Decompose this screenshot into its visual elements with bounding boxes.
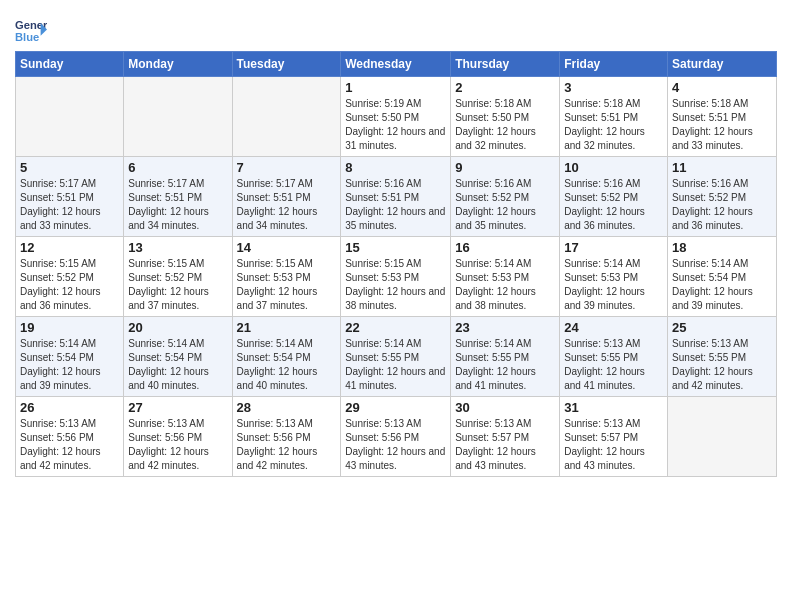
calendar-cell xyxy=(124,77,232,157)
day-number: 2 xyxy=(455,80,555,95)
calendar-cell: 15Sunrise: 5:15 AMSunset: 5:53 PMDayligh… xyxy=(341,237,451,317)
calendar-cell: 27Sunrise: 5:13 AMSunset: 5:56 PMDayligh… xyxy=(124,397,232,477)
week-row-4: 19Sunrise: 5:14 AMSunset: 5:54 PMDayligh… xyxy=(16,317,777,397)
day-info: Sunrise: 5:13 AMSunset: 5:56 PMDaylight:… xyxy=(20,417,119,473)
calendar-cell: 4Sunrise: 5:18 AMSunset: 5:51 PMDaylight… xyxy=(668,77,777,157)
day-number: 14 xyxy=(237,240,337,255)
day-info: Sunrise: 5:14 AMSunset: 5:53 PMDaylight:… xyxy=(564,257,663,313)
day-info: Sunrise: 5:14 AMSunset: 5:54 PMDaylight:… xyxy=(128,337,227,393)
weekday-header-wednesday: Wednesday xyxy=(341,52,451,77)
day-number: 27 xyxy=(128,400,227,415)
day-number: 15 xyxy=(345,240,446,255)
calendar-cell: 12Sunrise: 5:15 AMSunset: 5:52 PMDayligh… xyxy=(16,237,124,317)
day-info: Sunrise: 5:16 AMSunset: 5:52 PMDaylight:… xyxy=(672,177,772,233)
calendar-cell: 2Sunrise: 5:18 AMSunset: 5:50 PMDaylight… xyxy=(451,77,560,157)
calendar-cell: 23Sunrise: 5:14 AMSunset: 5:55 PMDayligh… xyxy=(451,317,560,397)
day-number: 5 xyxy=(20,160,119,175)
calendar-cell: 1Sunrise: 5:19 AMSunset: 5:50 PMDaylight… xyxy=(341,77,451,157)
calendar-cell: 8Sunrise: 5:16 AMSunset: 5:51 PMDaylight… xyxy=(341,157,451,237)
calendar-cell xyxy=(668,397,777,477)
logo-area: General Blue xyxy=(15,10,47,47)
calendar-cell: 14Sunrise: 5:15 AMSunset: 5:53 PMDayligh… xyxy=(232,237,341,317)
day-number: 22 xyxy=(345,320,446,335)
day-info: Sunrise: 5:14 AMSunset: 5:54 PMDaylight:… xyxy=(672,257,772,313)
calendar-cell: 5Sunrise: 5:17 AMSunset: 5:51 PMDaylight… xyxy=(16,157,124,237)
day-number: 18 xyxy=(672,240,772,255)
calendar-cell: 6Sunrise: 5:17 AMSunset: 5:51 PMDaylight… xyxy=(124,157,232,237)
day-number: 7 xyxy=(237,160,337,175)
day-number: 23 xyxy=(455,320,555,335)
calendar-cell: 31Sunrise: 5:13 AMSunset: 5:57 PMDayligh… xyxy=(560,397,668,477)
day-info: Sunrise: 5:18 AMSunset: 5:51 PMDaylight:… xyxy=(564,97,663,153)
weekday-header-friday: Friday xyxy=(560,52,668,77)
calendar-cell: 25Sunrise: 5:13 AMSunset: 5:55 PMDayligh… xyxy=(668,317,777,397)
day-info: Sunrise: 5:18 AMSunset: 5:51 PMDaylight:… xyxy=(672,97,772,153)
week-row-2: 5Sunrise: 5:17 AMSunset: 5:51 PMDaylight… xyxy=(16,157,777,237)
day-info: Sunrise: 5:18 AMSunset: 5:50 PMDaylight:… xyxy=(455,97,555,153)
day-info: Sunrise: 5:15 AMSunset: 5:53 PMDaylight:… xyxy=(237,257,337,313)
calendar-cell: 10Sunrise: 5:16 AMSunset: 5:52 PMDayligh… xyxy=(560,157,668,237)
day-info: Sunrise: 5:19 AMSunset: 5:50 PMDaylight:… xyxy=(345,97,446,153)
day-info: Sunrise: 5:13 AMSunset: 5:55 PMDaylight:… xyxy=(564,337,663,393)
calendar-cell: 17Sunrise: 5:14 AMSunset: 5:53 PMDayligh… xyxy=(560,237,668,317)
calendar-cell: 22Sunrise: 5:14 AMSunset: 5:55 PMDayligh… xyxy=(341,317,451,397)
day-number: 3 xyxy=(564,80,663,95)
weekday-header-thursday: Thursday xyxy=(451,52,560,77)
logo-icon: General Blue xyxy=(15,15,47,47)
weekday-header-row: SundayMondayTuesdayWednesdayThursdayFrid… xyxy=(16,52,777,77)
day-number: 31 xyxy=(564,400,663,415)
day-number: 26 xyxy=(20,400,119,415)
week-row-3: 12Sunrise: 5:15 AMSunset: 5:52 PMDayligh… xyxy=(16,237,777,317)
day-number: 20 xyxy=(128,320,227,335)
day-info: Sunrise: 5:14 AMSunset: 5:55 PMDaylight:… xyxy=(345,337,446,393)
day-number: 13 xyxy=(128,240,227,255)
day-number: 24 xyxy=(564,320,663,335)
calendar-cell: 9Sunrise: 5:16 AMSunset: 5:52 PMDaylight… xyxy=(451,157,560,237)
day-info: Sunrise: 5:17 AMSunset: 5:51 PMDaylight:… xyxy=(20,177,119,233)
day-info: Sunrise: 5:14 AMSunset: 5:54 PMDaylight:… xyxy=(20,337,119,393)
calendar-cell: 26Sunrise: 5:13 AMSunset: 5:56 PMDayligh… xyxy=(16,397,124,477)
day-info: Sunrise: 5:15 AMSunset: 5:52 PMDaylight:… xyxy=(128,257,227,313)
day-number: 1 xyxy=(345,80,446,95)
day-info: Sunrise: 5:15 AMSunset: 5:53 PMDaylight:… xyxy=(345,257,446,313)
svg-text:Blue: Blue xyxy=(15,31,39,43)
day-info: Sunrise: 5:14 AMSunset: 5:55 PMDaylight:… xyxy=(455,337,555,393)
day-info: Sunrise: 5:16 AMSunset: 5:52 PMDaylight:… xyxy=(564,177,663,233)
day-info: Sunrise: 5:14 AMSunset: 5:54 PMDaylight:… xyxy=(237,337,337,393)
day-info: Sunrise: 5:13 AMSunset: 5:56 PMDaylight:… xyxy=(345,417,446,473)
day-info: Sunrise: 5:16 AMSunset: 5:51 PMDaylight:… xyxy=(345,177,446,233)
day-number: 11 xyxy=(672,160,772,175)
header: General Blue xyxy=(15,10,777,47)
day-number: 10 xyxy=(564,160,663,175)
weekday-header-tuesday: Tuesday xyxy=(232,52,341,77)
day-number: 17 xyxy=(564,240,663,255)
calendar-cell: 30Sunrise: 5:13 AMSunset: 5:57 PMDayligh… xyxy=(451,397,560,477)
calendar-cell: 16Sunrise: 5:14 AMSunset: 5:53 PMDayligh… xyxy=(451,237,560,317)
calendar-cell xyxy=(16,77,124,157)
day-info: Sunrise: 5:14 AMSunset: 5:53 PMDaylight:… xyxy=(455,257,555,313)
weekday-header-saturday: Saturday xyxy=(668,52,777,77)
calendar-table: SundayMondayTuesdayWednesdayThursdayFrid… xyxy=(15,51,777,477)
week-row-1: 1Sunrise: 5:19 AMSunset: 5:50 PMDaylight… xyxy=(16,77,777,157)
calendar-cell: 18Sunrise: 5:14 AMSunset: 5:54 PMDayligh… xyxy=(668,237,777,317)
calendar-cell: 19Sunrise: 5:14 AMSunset: 5:54 PMDayligh… xyxy=(16,317,124,397)
day-number: 30 xyxy=(455,400,555,415)
day-number: 21 xyxy=(237,320,337,335)
day-number: 12 xyxy=(20,240,119,255)
day-number: 28 xyxy=(237,400,337,415)
day-number: 19 xyxy=(20,320,119,335)
day-info: Sunrise: 5:13 AMSunset: 5:56 PMDaylight:… xyxy=(237,417,337,473)
day-number: 29 xyxy=(345,400,446,415)
day-info: Sunrise: 5:13 AMSunset: 5:55 PMDaylight:… xyxy=(672,337,772,393)
day-number: 16 xyxy=(455,240,555,255)
calendar-cell: 21Sunrise: 5:14 AMSunset: 5:54 PMDayligh… xyxy=(232,317,341,397)
calendar-cell: 28Sunrise: 5:13 AMSunset: 5:56 PMDayligh… xyxy=(232,397,341,477)
day-info: Sunrise: 5:16 AMSunset: 5:52 PMDaylight:… xyxy=(455,177,555,233)
day-number: 25 xyxy=(672,320,772,335)
day-info: Sunrise: 5:13 AMSunset: 5:57 PMDaylight:… xyxy=(564,417,663,473)
calendar-cell: 29Sunrise: 5:13 AMSunset: 5:56 PMDayligh… xyxy=(341,397,451,477)
calendar-cell: 7Sunrise: 5:17 AMSunset: 5:51 PMDaylight… xyxy=(232,157,341,237)
day-number: 9 xyxy=(455,160,555,175)
weekday-header-sunday: Sunday xyxy=(16,52,124,77)
calendar-cell xyxy=(232,77,341,157)
